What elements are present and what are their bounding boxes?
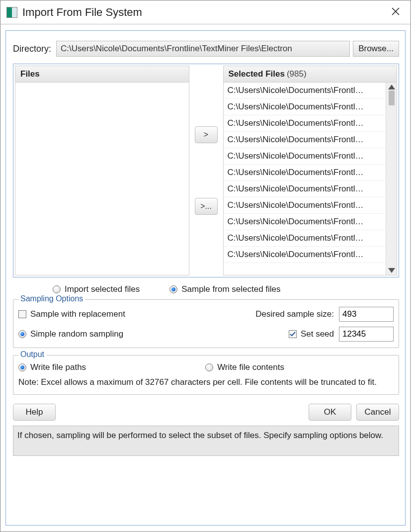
list-item[interactable]: C:\Users\Nicole\Documents\Frontl… bbox=[224, 165, 386, 181]
checkbox-icon bbox=[18, 310, 26, 318]
list-item[interactable]: C:\Users\Nicole\Documents\Frontl… bbox=[224, 99, 386, 115]
sampling-options-group: Sampling Options Sample with replacement… bbox=[13, 299, 399, 348]
list-item[interactable]: C:\Users\Nicole\Documents\Frontl… bbox=[224, 230, 386, 247]
checkbox-icon bbox=[289, 330, 297, 338]
cancel-button[interactable]: Cancel bbox=[356, 404, 399, 421]
desired-sample-size-label: Desired sample size: bbox=[255, 309, 334, 319]
list-item[interactable]: C:\Users\Nicole\Documents\Frontl… bbox=[224, 83, 386, 99]
list-item[interactable]: C:\Users\Nicole\Documents\Frontl… bbox=[224, 197, 386, 214]
browse-button[interactable]: Browse... bbox=[353, 41, 399, 57]
output-note: Note: Excel allows a maximum of 32767 ch… bbox=[18, 376, 394, 388]
list-item[interactable]: C:\Users\Nicole\Documents\Frontl… bbox=[224, 247, 386, 263]
sample-selected-radio[interactable]: Sample from selected files bbox=[169, 284, 280, 294]
files-panel: Files bbox=[15, 66, 189, 275]
output-group-title: Output bbox=[18, 350, 46, 359]
move-buttons: > >... bbox=[193, 66, 219, 275]
sample-with-replacement-checkbox[interactable]: Sample with replacement bbox=[18, 309, 125, 319]
window-title: Import From File System bbox=[22, 6, 142, 19]
dialog-window: Import From File System Directory: C:\Us… bbox=[0, 0, 411, 532]
list-item[interactable]: C:\Users\Nicole\Documents\Frontl… bbox=[224, 214, 386, 230]
write-file-paths-radio[interactable]: Write file paths bbox=[18, 362, 86, 372]
list-item[interactable]: C:\Users\Nicole\Documents\Frontl… bbox=[224, 181, 386, 197]
scroll-thumb[interactable] bbox=[389, 90, 395, 105]
titlebar: Import From File System bbox=[0, 0, 411, 24]
radio-icon bbox=[18, 330, 26, 338]
radio-icon bbox=[205, 363, 213, 371]
close-icon[interactable] bbox=[386, 6, 406, 19]
selected-files-scrollbar[interactable] bbox=[386, 83, 397, 275]
list-item[interactable]: C:\Users\Nicole\Documents\Frontl… bbox=[224, 148, 386, 165]
set-seed-checkbox[interactable]: Set seed bbox=[289, 329, 334, 339]
write-file-contents-radio[interactable]: Write file contents bbox=[205, 362, 284, 372]
simple-random-sampling-radio[interactable]: Simple random sampling bbox=[18, 329, 123, 339]
directory-label: Directory: bbox=[13, 41, 53, 57]
app-icon bbox=[6, 7, 17, 18]
add-one-button[interactable]: > bbox=[195, 126, 218, 143]
selected-files-count: (985) bbox=[287, 69, 307, 79]
output-group: Output Write file paths Write file conte… bbox=[13, 355, 399, 395]
selected-files-panel: Selected Files (985) C:\Users\Nicole\Doc… bbox=[223, 66, 398, 275]
radio-icon bbox=[53, 285, 61, 293]
scroll-up-icon[interactable] bbox=[388, 85, 395, 89]
import-mode-row: Import selected files Sample from select… bbox=[53, 284, 399, 294]
ok-button[interactable]: OK bbox=[309, 404, 351, 421]
sampling-group-title: Sampling Options bbox=[18, 294, 85, 303]
list-item[interactable]: C:\Users\Nicole\Documents\Frontl… bbox=[224, 132, 386, 148]
list-item[interactable]: C:\Users\Nicole\Documents\Frontl… bbox=[224, 115, 386, 132]
desired-sample-size-input[interactable] bbox=[339, 307, 394, 322]
radio-icon bbox=[18, 363, 26, 371]
button-row: Help OK Cancel bbox=[13, 404, 399, 421]
status-text: If chosen, sampling will be performed to… bbox=[13, 426, 399, 456]
add-all-button[interactable]: >... bbox=[195, 198, 218, 215]
scroll-down-icon[interactable] bbox=[388, 268, 395, 273]
import-selected-radio[interactable]: Import selected files bbox=[53, 284, 140, 294]
directory-input[interactable]: C:\Users\Nicole\Documents\Frontline\Text… bbox=[56, 41, 350, 57]
content-area: Directory: C:\Users\Nicole\Documents\Fro… bbox=[5, 30, 406, 526]
selected-files-header: Selected Files (985) bbox=[224, 66, 397, 83]
selected-files-list[interactable]: C:\Users\Nicole\Documents\Frontl…C:\User… bbox=[224, 83, 386, 275]
files-header: Files bbox=[15, 66, 189, 83]
radio-icon bbox=[169, 285, 177, 293]
help-button[interactable]: Help bbox=[13, 404, 56, 421]
file-panes: Files > >... Selected Files (985) C:\Use… bbox=[13, 64, 399, 277]
seed-input[interactable] bbox=[339, 327, 394, 342]
files-list[interactable] bbox=[15, 83, 189, 275]
directory-row: Directory: C:\Users\Nicole\Documents\Fro… bbox=[13, 41, 399, 57]
